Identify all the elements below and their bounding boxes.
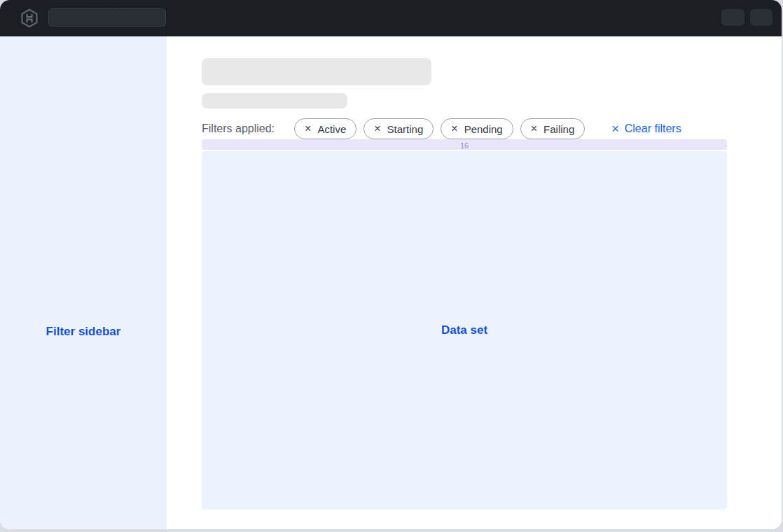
clear-filters-x-icon: × [611,122,619,135]
app-window: Filter sidebar Filters applied: × Active… [0,0,782,529]
filter-chip-label: Starting [387,123,424,135]
result-count-badge: 16 [460,141,469,150]
chip-remove-icon[interactable]: × [451,123,457,134]
filter-chip-pending[interactable]: × Pending [441,118,513,139]
filter-chip-active[interactable]: × Active [294,118,356,139]
topbar-action-skeleton [750,9,772,26]
clear-filters-button[interactable]: × Clear filters [611,122,681,135]
top-nav-bar [0,0,782,36]
page-subtitle-skeleton [202,93,347,108]
result-count-band: 16 [202,139,727,150]
clear-filters-label: Clear filters [625,122,681,135]
filter-sidebar-label: Filter sidebar [0,325,167,339]
filter-chip-starting[interactable]: × Starting [363,118,434,139]
hashicorp-logo-icon [19,8,40,29]
filter-chip-label: Failing [543,123,574,135]
filter-sidebar: Filter sidebar [0,36,167,529]
chip-remove-icon[interactable]: × [374,123,380,134]
data-set-region: Data set [202,151,727,510]
filter-chip-label: Pending [464,123,503,135]
topbar-action-skeleton [721,9,744,26]
main-content: Filters applied: × Active × Starting × P… [167,36,782,529]
chip-remove-icon[interactable]: × [531,123,537,134]
filters-applied-label: Filters applied: [202,122,275,135]
nav-menu-skeleton [48,8,166,27]
data-set-label: Data set [441,323,487,337]
filter-chip-label: Active [317,123,346,135]
page-title-skeleton [202,58,431,85]
filter-chip-list: × Active × Starting × Pending × Failing [294,118,585,139]
chip-remove-icon[interactable]: × [305,123,311,134]
filter-chip-failing[interactable]: × Failing [520,118,585,139]
filters-applied-row: Filters applied: × Active × Starting × P… [202,118,681,139]
